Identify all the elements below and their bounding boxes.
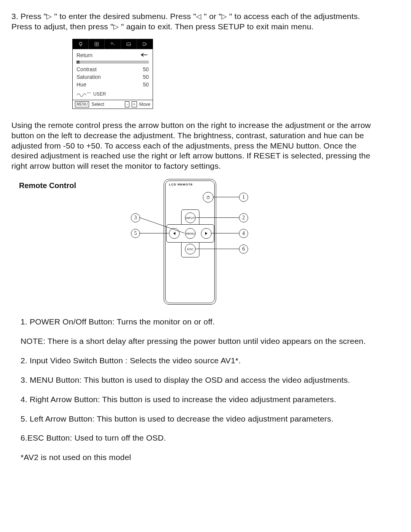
def-3: 3. MENU Button: This button is used to d… <box>21 375 368 385</box>
wave-icon <box>76 91 92 97</box>
right-triangle-icon: ▷ <box>46 13 52 20</box>
text: " again to exit. Then press SETUP to exi… <box>119 22 314 31</box>
exit-icon <box>137 39 153 49</box>
osd-figure: Return Contrast 50 Saturation 50 Hue 50 <box>72 39 377 109</box>
label: USER <box>93 91 106 97</box>
def-4: 4. Right Arrow Button: This button is us… <box>21 395 368 405</box>
right-triangle-icon: ▷ <box>221 13 227 20</box>
lead-line <box>139 213 189 236</box>
text: " or " <box>202 12 222 21</box>
value: 50 <box>143 66 149 72</box>
callout-number: 6 <box>239 244 248 254</box>
right-triangle-icon: ▷ <box>113 23 119 30</box>
image-icon <box>121 39 137 49</box>
usage-paragraph: Using the remote control press the arrow… <box>11 120 377 171</box>
callout-number: 3 <box>131 213 140 222</box>
svg-line-8 <box>139 217 184 233</box>
callout-number: 2 <box>239 213 248 222</box>
osd-slider <box>76 61 149 64</box>
callout-number: 5 <box>131 229 140 238</box>
osd-row-return: Return <box>76 51 149 59</box>
label: Select <box>91 102 104 107</box>
label: Return <box>76 52 92 58</box>
tools-icon <box>105 39 121 49</box>
back-arrow-icon <box>140 52 149 58</box>
def-6: 6.ESC Button: Used to turn off the OSD. <box>21 433 368 443</box>
def-note: NOTE: There is a short delay after press… <box>21 336 368 347</box>
definitions: 1. POWER On/Off Button: Turns the monito… <box>21 317 368 463</box>
label: Saturation <box>76 74 101 80</box>
esc-button: ESC <box>185 244 196 254</box>
callout-number: 1 <box>239 193 248 202</box>
footnote: *AV2 is not used on this model <box>21 452 368 463</box>
label: Move <box>139 102 150 107</box>
bulb-icon <box>73 39 89 49</box>
osd-row: Hue 50 <box>76 81 149 88</box>
osd-footer: MENU Select - + Move <box>73 100 153 109</box>
label: Contrast <box>76 66 97 72</box>
svg-point-2 <box>111 43 113 44</box>
remote-control-section: Remote Control LCD REMOTE INPUT MENU ESC… <box>19 179 377 308</box>
osd-row: Saturation 50 <box>76 73 149 81</box>
value: 50 <box>143 81 149 88</box>
callout-number: 4 <box>239 229 248 238</box>
osd-panel: Return Contrast 50 Saturation 50 Hue 50 <box>72 39 153 109</box>
osd-body: Return Contrast 50 Saturation 50 Hue 50 <box>73 49 153 88</box>
def-5: 5. Left Arrow Button: This button is use… <box>21 414 368 424</box>
osd-row: Contrast 50 <box>76 66 149 73</box>
remote-label: LCD REMOTE <box>169 183 193 186</box>
label: Hue <box>76 81 86 88</box>
osd-tab-bar <box>73 39 153 49</box>
def-2: 2. Input Video Switch Button : Selects t… <box>21 356 368 366</box>
text: 3. Press " <box>11 12 46 21</box>
left-triangle-icon: ◁ <box>196 13 201 20</box>
plus-button: + <box>132 101 137 107</box>
svg-point-6 <box>90 93 91 93</box>
svg-rect-3 <box>127 43 131 46</box>
text: " to enter the desired submenu. Press " <box>52 12 196 21</box>
sliders-icon <box>89 39 105 49</box>
minus-button: - <box>125 101 129 107</box>
def-1: 1. POWER On/Off Button: Turns the monito… <box>21 317 368 327</box>
step-3-paragraph: 3. Press "▷ " to enter the desired subme… <box>11 11 377 32</box>
remote-diagram: LCD REMOTE INPUT MENU ESC 1 2 4 6 <box>122 179 335 308</box>
power-button <box>203 192 213 203</box>
svg-point-5 <box>89 93 89 93</box>
remote-control-heading: Remote Control <box>19 179 107 190</box>
svg-point-4 <box>87 93 88 93</box>
menu-button: MENU <box>75 101 89 107</box>
value: 50 <box>143 74 149 80</box>
right-arrow-button <box>201 228 212 239</box>
osd-user-row: USER <box>73 88 153 100</box>
svg-point-0 <box>79 42 82 45</box>
